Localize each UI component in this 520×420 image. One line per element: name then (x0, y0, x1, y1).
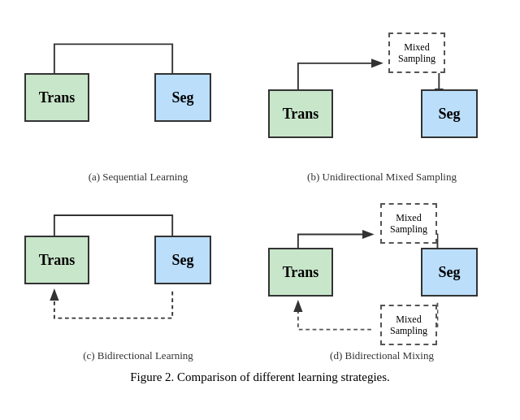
top-row: Trans Seg (a) Sequential Learning (16, 8, 504, 187)
trans-box-b: Trans (268, 89, 333, 138)
seg-box-c: Seg (154, 236, 211, 284)
trans-label-a: Trans (39, 89, 76, 106)
figure-container: Trans Seg (a) Sequential Learning (0, 0, 520, 420)
caption-a: (a) Sequential Learning (16, 171, 260, 184)
bottom-row: Trans Seg (c) Bidirectional Learning (16, 187, 504, 366)
mixed-top-label-d: Mixed Sampling (390, 212, 427, 236)
seg-box-d: Seg (421, 248, 478, 297)
trans-label-c: Trans (39, 252, 76, 269)
seg-label-b: Seg (439, 106, 461, 123)
figure-caption: Figure 2. Comparison of different learni… (130, 366, 390, 388)
diagram-d: Mixed Sampling Trans Seg Mixed Sampling … (260, 187, 504, 366)
trans-box-a: Trans (24, 73, 89, 122)
mixed-top-box-d: Mixed Sampling (380, 203, 437, 244)
mixed-label-b: Mixed Sampling (398, 41, 436, 65)
trans-box-d: Trans (268, 248, 333, 297)
diagram-c: Trans Seg (c) Bidirectional Learning (16, 187, 260, 366)
diagram-a: Trans Seg (a) Sequential Learning (16, 8, 260, 187)
trans-label-d: Trans (283, 264, 319, 281)
seg-label-a: Seg (172, 89, 194, 106)
seg-box-a: Seg (154, 73, 211, 122)
caption-b: (b) Unidirectional Mixed Sampling (260, 171, 504, 184)
trans-label-b: Trans (283, 106, 319, 123)
mixed-bot-box-d: Mixed Sampling (380, 305, 437, 345)
caption-d: (d) Bidirectional Mixing (260, 349, 504, 362)
seg-label-c: Seg (172, 252, 194, 269)
seg-box-b: Seg (421, 89, 478, 138)
trans-box-c: Trans (24, 236, 89, 284)
caption-c: (c) Bidirectional Learning (16, 349, 260, 362)
mixed-box-b: Mixed Sampling (388, 32, 445, 73)
mixed-bot-label-d: Mixed Sampling (390, 314, 427, 337)
diagram-b: Mixed Sampling Trans Seg (b) Unidirectio… (260, 8, 504, 187)
seg-label-d: Seg (439, 264, 461, 281)
